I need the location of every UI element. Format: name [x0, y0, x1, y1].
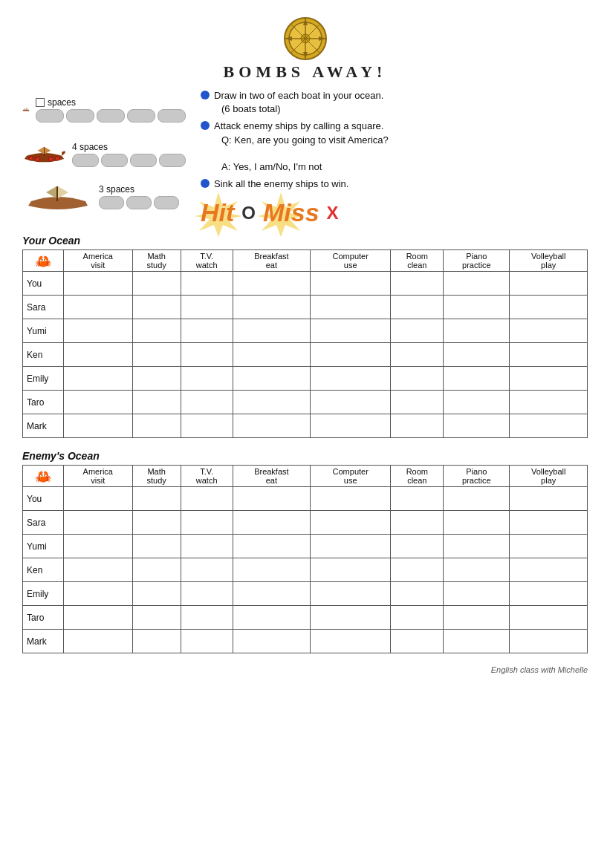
table-cell[interactable]: [181, 414, 233, 438]
table-cell[interactable]: [311, 272, 391, 296]
table-cell[interactable]: [233, 558, 311, 582]
table-cell[interactable]: [181, 391, 233, 414]
table-cell[interactable]: [132, 487, 181, 511]
table-cell[interactable]: [64, 343, 133, 367]
table-cell[interactable]: [181, 511, 233, 535]
table-cell[interactable]: [233, 414, 311, 438]
table-cell[interactable]: [444, 319, 510, 343]
table-cell[interactable]: [181, 319, 233, 343]
table-cell[interactable]: [181, 487, 233, 511]
table-cell[interactable]: [233, 367, 311, 391]
table-cell[interactable]: [311, 582, 391, 606]
table-cell[interactable]: [132, 319, 181, 343]
table-cell[interactable]: [64, 582, 133, 606]
table-cell[interactable]: [64, 272, 133, 296]
table-cell[interactable]: [510, 343, 588, 367]
table-cell[interactable]: [444, 582, 510, 606]
table-cell[interactable]: [64, 535, 133, 558]
table-cell[interactable]: [510, 414, 588, 438]
table-cell[interactable]: [510, 511, 588, 535]
table-cell[interactable]: [510, 535, 588, 558]
table-cell[interactable]: [391, 367, 444, 391]
table-cell[interactable]: [132, 558, 181, 582]
table-cell[interactable]: [391, 391, 444, 414]
table-cell[interactable]: [132, 391, 181, 414]
table-cell[interactable]: [181, 558, 233, 582]
table-cell[interactable]: [311, 296, 391, 319]
table-cell[interactable]: [444, 606, 510, 630]
table-cell[interactable]: [181, 606, 233, 630]
table-cell[interactable]: [391, 582, 444, 606]
table-cell[interactable]: [132, 606, 181, 630]
table-cell[interactable]: [311, 558, 391, 582]
table-cell[interactable]: [64, 606, 133, 630]
table-cell[interactable]: [391, 487, 444, 511]
table-cell[interactable]: [311, 343, 391, 367]
table-cell[interactable]: [233, 606, 311, 630]
table-cell[interactable]: [391, 343, 444, 367]
table-cell[interactable]: [64, 319, 133, 343]
table-cell[interactable]: [444, 296, 510, 319]
table-cell[interactable]: [132, 367, 181, 391]
table-cell[interactable]: [233, 535, 311, 558]
table-cell[interactable]: [510, 319, 588, 343]
table-cell[interactable]: [181, 367, 233, 391]
table-cell[interactable]: [64, 630, 133, 653]
table-cell[interactable]: [181, 343, 233, 367]
table-cell[interactable]: [311, 487, 391, 511]
table-cell[interactable]: [132, 582, 181, 606]
table-cell[interactable]: [510, 558, 588, 582]
table-cell[interactable]: [311, 367, 391, 391]
table-cell[interactable]: [233, 582, 311, 606]
table-cell[interactable]: [233, 391, 311, 414]
table-cell[interactable]: [64, 487, 133, 511]
table-cell[interactable]: [444, 487, 510, 511]
table-cell[interactable]: [391, 319, 444, 343]
table-cell[interactable]: [444, 367, 510, 391]
table-cell[interactable]: [311, 535, 391, 558]
table-cell[interactable]: [64, 367, 133, 391]
table-cell[interactable]: [444, 414, 510, 438]
table-cell[interactable]: [64, 511, 133, 535]
table-cell[interactable]: [132, 296, 181, 319]
table-cell[interactable]: [233, 272, 311, 296]
table-cell[interactable]: [311, 630, 391, 653]
table-cell[interactable]: [510, 606, 588, 630]
table-cell[interactable]: [311, 511, 391, 535]
table-cell[interactable]: [181, 535, 233, 558]
table-cell[interactable]: [391, 296, 444, 319]
table-cell[interactable]: [181, 630, 233, 653]
table-cell[interactable]: [391, 272, 444, 296]
table-cell[interactable]: [233, 511, 311, 535]
table-cell[interactable]: [181, 582, 233, 606]
table-cell[interactable]: [510, 391, 588, 414]
table-cell[interactable]: [444, 630, 510, 653]
table-cell[interactable]: [510, 296, 588, 319]
table-cell[interactable]: [233, 630, 311, 653]
table-cell[interactable]: [510, 487, 588, 511]
table-cell[interactable]: [444, 391, 510, 414]
table-cell[interactable]: [510, 630, 588, 653]
table-cell[interactable]: [510, 367, 588, 391]
table-cell[interactable]: [132, 272, 181, 296]
table-cell[interactable]: [233, 487, 311, 511]
table-cell[interactable]: [391, 558, 444, 582]
table-cell[interactable]: [181, 296, 233, 319]
table-cell[interactable]: [132, 535, 181, 558]
table-cell[interactable]: [311, 606, 391, 630]
table-cell[interactable]: [64, 391, 133, 414]
table-cell[interactable]: [391, 535, 444, 558]
table-cell[interactable]: [391, 511, 444, 535]
table-cell[interactable]: [311, 391, 391, 414]
table-cell[interactable]: [311, 319, 391, 343]
table-cell[interactable]: [233, 296, 311, 319]
table-cell[interactable]: [64, 558, 133, 582]
table-cell[interactable]: [444, 535, 510, 558]
table-cell[interactable]: [311, 414, 391, 438]
table-cell[interactable]: [391, 414, 444, 438]
table-cell[interactable]: [510, 582, 588, 606]
table-cell[interactable]: [132, 343, 181, 367]
table-cell[interactable]: [391, 606, 444, 630]
table-cell[interactable]: [444, 343, 510, 367]
table-cell[interactable]: [64, 296, 133, 319]
